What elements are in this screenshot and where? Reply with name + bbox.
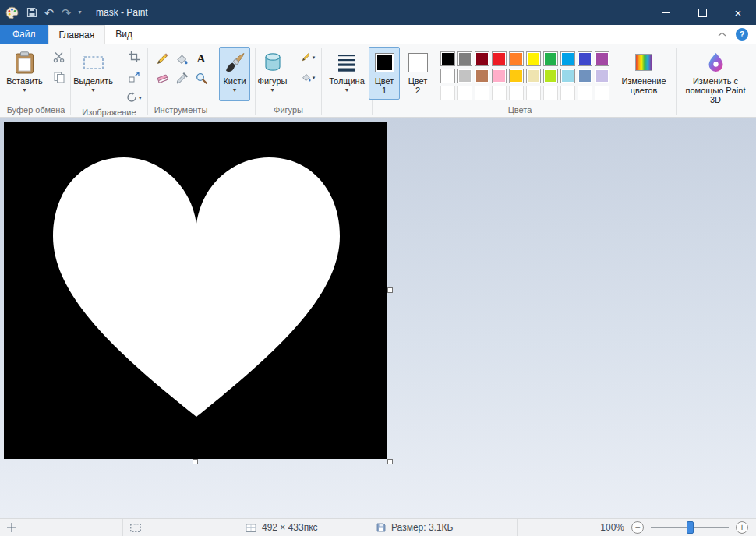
fill-bucket-icon <box>302 72 311 82</box>
palette-swatch[interactable] <box>492 69 507 83</box>
eyedropper-icon <box>176 72 188 84</box>
shape-outline-button[interactable]: ▾ <box>293 48 323 66</box>
brushes-button[interactable]: Кисти ▾ <box>219 47 249 101</box>
palette-swatch[interactable] <box>509 86 524 100</box>
caret-down-icon: ▾ <box>139 95 142 100</box>
redo-button[interactable]: ↷ <box>58 2 75 23</box>
shapes-button[interactable]: Фигуры ▾ <box>254 47 291 101</box>
group-colors: Цвет 1 Цвет 2 Изменение цветов Цвета <box>373 45 667 117</box>
palette-swatch[interactable] <box>492 86 507 100</box>
selection-icon <box>130 524 141 532</box>
shape-fill-button[interactable]: ▾ <box>293 68 323 86</box>
size-button[interactable]: Толщина ▾ <box>325 47 369 101</box>
tab-view[interactable]: Вид <box>105 25 143 44</box>
palette-swatch[interactable] <box>543 86 558 100</box>
palette-swatch[interactable] <box>560 69 575 83</box>
caret-down-icon: ▾ <box>91 87 94 93</box>
fill-tool-button[interactable] <box>171 49 192 68</box>
maximize-button[interactable] <box>684 0 720 25</box>
color-picker-tool-button[interactable] <box>171 69 192 87</box>
color2-button[interactable]: Цвет 2 <box>402 47 433 100</box>
palette-swatch[interactable] <box>595 69 609 83</box>
edit-with-paint3d-button[interactable]: Изменить с помощью Paint 3D <box>675 47 756 109</box>
collapse-ribbon-button[interactable] <box>718 32 726 37</box>
paste-button[interactable]: Вставить ▾ <box>2 47 47 101</box>
zoom-level-text: 100% <box>600 522 624 533</box>
tab-file[interactable]: Файл <box>0 25 48 44</box>
palette-swatch[interactable] <box>560 51 575 66</box>
text-tool-button[interactable]: A <box>191 49 211 68</box>
scissors-icon <box>53 51 65 63</box>
paint-bucket-icon <box>176 53 188 65</box>
edit-colors-button[interactable]: Изменение цветов <box>616 47 671 100</box>
palette-swatch[interactable] <box>475 51 489 66</box>
palette-swatch[interactable] <box>457 69 472 83</box>
paint3d-icon <box>708 50 724 75</box>
brush-icon <box>224 50 245 75</box>
resize-handle-right[interactable] <box>387 287 393 293</box>
qat-customize-button[interactable]: ▾ <box>75 2 85 23</box>
palette-swatch[interactable] <box>475 86 489 100</box>
shapes-icon <box>263 50 282 75</box>
palette-swatch[interactable] <box>440 86 455 100</box>
resize-handle-bottom[interactable] <box>193 459 198 464</box>
palette-swatch[interactable] <box>457 86 472 100</box>
palette-swatch[interactable] <box>595 86 609 100</box>
palette-swatch[interactable] <box>509 69 524 83</box>
disk-icon <box>376 523 386 532</box>
zoom-out-button[interactable]: − <box>631 521 644 534</box>
canvas-size-text: 492 × 433пкс <box>262 522 318 533</box>
palette-swatch[interactable] <box>578 51 592 66</box>
save-button[interactable] <box>23 2 41 23</box>
caret-down-icon: ▾ <box>313 75 316 80</box>
titlebar: ↶ ↷ ▾ mask - Paint × <box>0 0 756 25</box>
palette-swatch[interactable] <box>440 69 455 83</box>
zoom-slider-thumb[interactable] <box>687 521 694 534</box>
caret-down-icon: ▾ <box>233 87 236 93</box>
canvas-size-indicator: 492 × 433пкс <box>238 519 369 536</box>
palette-swatch[interactable] <box>578 86 592 100</box>
palette-swatch[interactable] <box>595 51 609 66</box>
crop-button[interactable] <box>119 48 149 66</box>
resize-icon <box>129 72 140 83</box>
magnifier-tool-button[interactable] <box>191 69 211 87</box>
resize-button[interactable] <box>119 68 149 86</box>
zoom-slider[interactable] <box>651 521 729 534</box>
palette-swatch[interactable] <box>509 51 524 66</box>
color1-button[interactable]: Цвет 1 <box>369 47 400 100</box>
copy-button[interactable] <box>49 68 69 86</box>
minimize-button[interactable] <box>648 0 684 25</box>
palette-swatch[interactable] <box>475 69 489 83</box>
palette-swatch[interactable] <box>457 51 472 66</box>
canvas[interactable] <box>4 122 387 459</box>
canvas-size-icon <box>246 524 256 532</box>
eraser-tool-button[interactable] <box>152 69 172 87</box>
palette-swatch[interactable] <box>492 51 507 66</box>
zoom-in-button[interactable]: + <box>736 521 748 534</box>
palette-swatch[interactable] <box>543 51 558 66</box>
crosshair-icon <box>7 523 16 532</box>
select-button[interactable]: Выделить ▾ <box>69 47 117 101</box>
rotate-icon <box>126 92 137 103</box>
undo-button[interactable]: ↶ <box>41 2 58 23</box>
statusbar: 492 × 433пкс Размер: 3.1КБ 100% − + <box>0 518 756 536</box>
palette-swatch[interactable] <box>440 51 455 66</box>
palette-swatch[interactable] <box>526 86 541 100</box>
group-brushes: Кисти ▾ <box>214 45 255 117</box>
zoom-controls: 100% − + <box>592 519 756 536</box>
palette-swatch[interactable] <box>526 69 541 83</box>
tab-home[interactable]: Главная <box>48 25 106 44</box>
resize-handle-corner[interactable] <box>387 459 393 464</box>
rotate-button[interactable]: ▾ <box>119 88 149 107</box>
help-button[interactable]: ? <box>736 28 748 41</box>
palette-swatch[interactable] <box>560 86 575 100</box>
palette-swatch[interactable] <box>543 69 558 83</box>
eraser-icon <box>157 73 168 83</box>
palette-swatch[interactable] <box>526 51 541 66</box>
pencil-tool-button[interactable] <box>152 49 172 68</box>
palette-swatch[interactable] <box>578 69 592 83</box>
maximize-icon <box>698 9 707 17</box>
paste-clipboard-icon <box>15 50 34 75</box>
close-button[interactable]: × <box>720 0 756 25</box>
cut-button[interactable] <box>49 48 69 66</box>
